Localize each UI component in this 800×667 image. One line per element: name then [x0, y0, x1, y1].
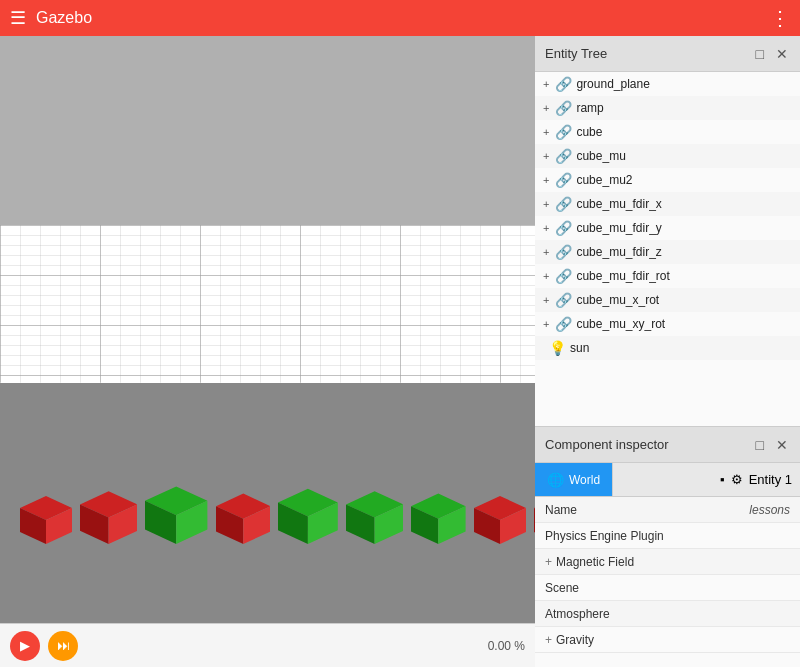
entity-item-ramp[interactable]: +🔗ramp — [535, 96, 800, 120]
entity-label-cube_mu_fdir_z: cube_mu_fdir_z — [576, 245, 661, 259]
entity-icon-cube_mu_x_rot: 🔗 — [555, 292, 572, 308]
entity-expand-ramp[interactable]: + — [543, 102, 549, 114]
component-inspector-title: Component inspector — [545, 437, 669, 452]
entity-expand-cube_mu_fdir_rot[interactable]: + — [543, 270, 549, 282]
tab-settings-icon: ⚙ — [731, 472, 743, 487]
entity-item-cube_mu_fdir_y[interactable]: +🔗cube_mu_fdir_y — [535, 216, 800, 240]
entity-label-ground_plane: ground_plane — [576, 77, 649, 91]
inspector-label-4: Atmosphere — [545, 607, 610, 621]
svg-rect-1 — [0, 225, 535, 383]
entity-expand-cube[interactable]: + — [543, 126, 549, 138]
component-inspector-header: Component inspector □ ✕ — [535, 427, 800, 463]
inspector-row-physics-engine-plugin: Physics Engine Plugin — [535, 523, 800, 549]
entity-item-cube_mu2[interactable]: +🔗cube_mu2 — [535, 168, 800, 192]
entity-expand-cube_mu_fdir_x[interactable]: + — [543, 198, 549, 210]
3d-viewport: ▶ ⏭ 0.00 % — [0, 36, 535, 667]
cube-0 — [20, 484, 72, 547]
play-button[interactable]: ▶ — [10, 631, 40, 661]
inspector-label-5: +Gravity — [545, 633, 594, 647]
cube-1 — [80, 478, 137, 547]
entity-icon-cube_mu2: 🔗 — [555, 172, 572, 188]
entity-label-cube_mu_xy_rot: cube_mu_xy_rot — [576, 317, 665, 331]
cube-3 — [216, 481, 271, 547]
inspector-label-2: +Magnetic Field — [545, 555, 634, 569]
entity-item-sun[interactable]: 💡sun — [535, 336, 800, 360]
right-panels: Entity Tree □ ✕ +🔗ground_plane+🔗ramp+🔗cu… — [535, 36, 800, 667]
inspector-minimize-button[interactable]: □ — [754, 437, 766, 453]
entity-tree-title: Entity Tree — [545, 46, 607, 61]
tab-actions: ▪ ⚙ Entity 1 — [720, 463, 800, 496]
entity-label-cube_mu2: cube_mu2 — [576, 173, 632, 187]
entity-icon-cube_mu: 🔗 — [555, 148, 572, 164]
entity-icon-cube_mu_fdir_rot: 🔗 — [555, 268, 572, 284]
entity-item-cube_mu_x_rot[interactable]: +🔗cube_mu_x_rot — [535, 288, 800, 312]
entity-item-cube[interactable]: +🔗cube — [535, 120, 800, 144]
inspector-body: NamelessonsPhysics Engine Plugin+Magneti… — [535, 497, 800, 667]
tab-pause-icon: ▪ — [720, 472, 725, 487]
entity-label-cube_mu: cube_mu — [576, 149, 625, 163]
world-tab-icon: 🌐 — [547, 472, 564, 488]
entity-item-cube_mu_fdir_z[interactable]: +🔗cube_mu_fdir_z — [535, 240, 800, 264]
entity-icon-ground_plane: 🔗 — [555, 76, 572, 92]
component-inspector-panel: Component inspector □ ✕ 🌐 World ▪ ⚙ Enti… — [535, 427, 800, 667]
entity-expand-ground_plane[interactable]: + — [543, 78, 549, 90]
inspector-row-gravity[interactable]: +Gravity — [535, 627, 800, 653]
entity-expand-cube_mu_fdir_y[interactable]: + — [543, 222, 549, 234]
entity-item-cube_mu_fdir_rot[interactable]: +🔗cube_mu_fdir_rot — [535, 264, 800, 288]
entity-label-ramp: ramp — [576, 101, 603, 115]
cube-7 — [474, 484, 526, 547]
inspector-value-0: lessons — [749, 503, 790, 517]
inspector-close-button[interactable]: ✕ — [774, 437, 790, 453]
entity-label-cube_mu_fdir_rot: cube_mu_fdir_rot — [576, 269, 669, 283]
entity-tree-minimize-button[interactable]: □ — [754, 46, 766, 62]
entity-expand-cube_mu2[interactable]: + — [543, 174, 549, 186]
entity-icon-ramp: 🔗 — [555, 100, 572, 116]
entity-label-cube_mu_fdir_x: cube_mu_fdir_x — [576, 197, 661, 211]
inspector-row-scene: Scene — [535, 575, 800, 601]
cube-5 — [346, 478, 403, 547]
grid-svg — [0, 225, 535, 383]
step-button[interactable]: ⏭ — [48, 631, 78, 661]
cube-2 — [145, 472, 207, 547]
entity-item-cube_mu[interactable]: +🔗cube_mu — [535, 144, 800, 168]
entity-item-cube_mu_xy_rot[interactable]: +🔗cube_mu_xy_rot — [535, 312, 800, 336]
entity-icon-cube: 🔗 — [555, 124, 572, 140]
cube-4 — [278, 475, 338, 547]
entity-tree-close-button[interactable]: ✕ — [774, 46, 790, 62]
inspector-row-name: Namelessons — [535, 497, 800, 523]
zoom-level: 0.00 % — [488, 639, 525, 653]
entity-tab-label: Entity 1 — [749, 472, 792, 487]
inspector-label-0: Name — [545, 503, 577, 517]
entity-icon-cube_mu_fdir_z: 🔗 — [555, 244, 572, 260]
more-menu-icon[interactable]: ⋮ — [770, 6, 790, 30]
topbar-left: ☰ Gazebo — [10, 7, 92, 29]
entity-tree-header: Entity Tree □ ✕ — [535, 36, 800, 72]
entity-expand-cube_mu_xy_rot[interactable]: + — [543, 318, 549, 330]
hamburger-icon[interactable]: ☰ — [10, 7, 26, 29]
topbar: ☰ Gazebo ⋮ — [0, 0, 800, 36]
entity-item-cube_mu_fdir_x[interactable]: +🔗cube_mu_fdir_x — [535, 192, 800, 216]
entity-expand-cube_mu_fdir_z[interactable]: + — [543, 246, 549, 258]
inspector-label-1: Physics Engine Plugin — [545, 529, 664, 543]
entity-icon-sun: 💡 — [549, 340, 566, 356]
entity-expand-cube_mu[interactable]: + — [543, 150, 549, 162]
entity-tree-panel: Entity Tree □ ✕ +🔗ground_plane+🔗ramp+🔗cu… — [535, 36, 800, 427]
entity-label-cube_mu_fdir_y: cube_mu_fdir_y — [576, 221, 661, 235]
entity-icon-cube_mu_fdir_y: 🔗 — [555, 220, 572, 236]
entity-item-ground_plane[interactable]: +🔗ground_plane — [535, 72, 800, 96]
bottom-controls: ▶ ⏭ 0.00 % — [0, 623, 535, 667]
inspector-header-actions: □ ✕ — [754, 437, 790, 453]
entity-label-cube: cube — [576, 125, 602, 139]
app-title: Gazebo — [36, 9, 92, 27]
entity-expand-cube_mu_x_rot[interactable]: + — [543, 294, 549, 306]
svg-marker-27 — [534, 508, 535, 544]
inspector-row-magnetic-field[interactable]: +Magnetic Field — [535, 549, 800, 575]
cubes-container — [20, 472, 535, 547]
entity-icon-cube_mu_fdir_x: 🔗 — [555, 196, 572, 212]
main-area: ▶ ⏭ 0.00 % Entity Tree □ ✕ +🔗ground_plan… — [0, 36, 800, 667]
inspector-tabs: 🌐 World ▪ ⚙ Entity 1 — [535, 463, 800, 497]
entity-tree-actions: □ ✕ — [754, 46, 790, 62]
entity-label-cube_mu_x_rot: cube_mu_x_rot — [576, 293, 659, 307]
inspector-label-3: Scene — [545, 581, 579, 595]
tab-world[interactable]: 🌐 World — [535, 463, 613, 496]
